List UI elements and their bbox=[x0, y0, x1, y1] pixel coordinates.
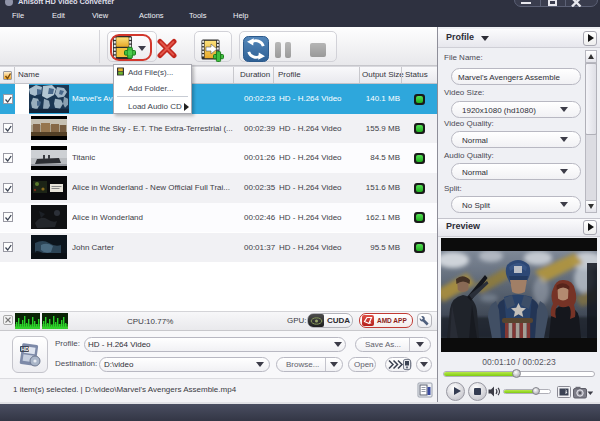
svg-text:HD: HD bbox=[21, 346, 29, 352]
